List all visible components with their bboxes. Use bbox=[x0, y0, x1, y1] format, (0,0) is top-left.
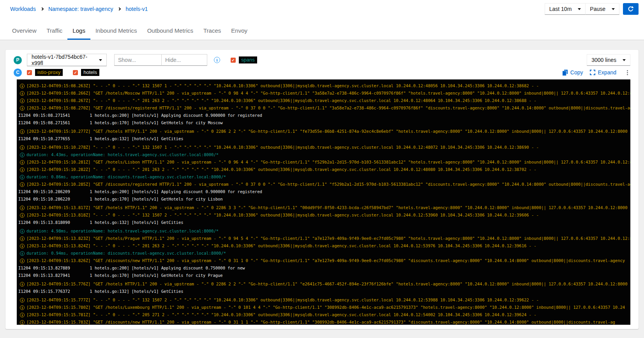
log-entry-info-icon[interactable]: i bbox=[20, 251, 25, 256]
caret-down-icon bbox=[623, 59, 626, 61]
log-entry-info-icon[interactable]: i bbox=[20, 160, 25, 165]
log-line-text: I1204 09:15:13.818090 1 hotels.go:132] [… bbox=[18, 219, 183, 226]
log-line-proxy: i[2023-12-04T09:15:10.285Z] "GET /discou… bbox=[18, 181, 630, 188]
copy-label: Copy bbox=[570, 69, 583, 76]
log-entry-info-icon[interactable]: i bbox=[20, 244, 25, 248]
log-entry-info-icon[interactable]: i bbox=[20, 213, 25, 218]
hotels-checkbox[interactable] bbox=[73, 70, 78, 75]
log-entry-info-icon[interactable]: i bbox=[20, 99, 25, 103]
log-line-proxy: i[2023-12-04T09:15:13.817Z] "GET /hotels… bbox=[18, 204, 630, 211]
log-line-proxy: i[2023-12-04T09:15:15.780Z] "GET /hotels… bbox=[18, 304, 630, 311]
log-line-text: [2023-12-04T09:15:10.285Z] "GET /discoun… bbox=[26, 181, 630, 188]
log-entry-info-icon[interactable]: i bbox=[20, 91, 25, 96]
istio-proxy-checkbox[interactable] bbox=[27, 70, 32, 75]
log-line-proxy: i[2023-12-04T09:15:08.267Z] "- - -" 0 - … bbox=[18, 97, 630, 104]
refresh-button[interactable] bbox=[623, 3, 639, 15]
caret-down-icon bbox=[612, 8, 615, 10]
log-line-app: I1204 09:15:08.271541 1 hotels.go:200] [… bbox=[18, 112, 630, 119]
spans-toggle-label: spans bbox=[239, 56, 257, 63]
hide-filter-input[interactable] bbox=[161, 54, 207, 66]
log-entry-info-icon[interactable]: i bbox=[20, 236, 25, 241]
tab-overview[interactable]: Overview bbox=[7, 27, 42, 40]
tab-envoy[interactable]: Envoy bbox=[226, 27, 252, 40]
pod-select[interactable]: hotels-v1-7bd754bc67-x99fl bbox=[27, 54, 107, 66]
log-line-proxy: i[2023-12-04T09:15:10.281Z] "GET /hotels… bbox=[18, 158, 630, 166]
log-line-app: I1204 09:15:10.277655 1 hotels.go:132] [… bbox=[18, 135, 630, 143]
log-line-proxy: i[2023-12-04T09:15:08.263Z] "- - -" 0 - … bbox=[18, 82, 630, 90]
breadcrumb-namespace[interactable]: Namespace: travel-agency bbox=[48, 6, 113, 12]
breadcrumb-workloads[interactable]: Workloads bbox=[10, 6, 36, 12]
log-line-text: [2023-12-04T09:15:10.281Z] "GET /hotels/… bbox=[26, 158, 630, 166]
max-lines-select[interactable]: 3000 lines bbox=[587, 54, 630, 66]
tab-traces[interactable]: Traces bbox=[198, 27, 226, 40]
istio-proxy-label: istio-proxy bbox=[35, 69, 63, 76]
log-entry-info-icon[interactable]: i bbox=[20, 229, 25, 234]
log-line-app: I1204 09:15:13.827941 1 hotels.go:170] [… bbox=[18, 272, 630, 279]
copy-icon bbox=[563, 70, 568, 76]
refresh-icon bbox=[628, 6, 634, 12]
log-entry-info-icon[interactable]: i bbox=[20, 320, 25, 325]
log-entry-info-icon[interactable]: i bbox=[20, 313, 25, 317]
log-entry-info-icon[interactable]: i bbox=[20, 145, 25, 150]
log-line-text: duration: 0.86ms, operationName: discoun… bbox=[26, 173, 226, 181]
log-line-text: I1204 09:15:10.286220 1 hotels.go:170] [… bbox=[18, 195, 223, 203]
expand-icon bbox=[590, 70, 595, 75]
log-line-app: I1204 09:15:08.271561 1 hotels.go:170] [… bbox=[18, 119, 630, 127]
log-line-app: I1204 09:15:15.776372 1 hotels.go:132] [… bbox=[18, 288, 630, 295]
container-toggle-hotels[interactable]: hotels bbox=[73, 69, 99, 76]
max-lines-value: 3000 lines bbox=[591, 57, 616, 63]
log-line-text: [2023-12-04T09:15:13.823Z] "GET /hotels/… bbox=[26, 235, 630, 242]
expand-button[interactable]: Expand bbox=[590, 69, 616, 76]
log-line-proxy: i[2023-12-04T09:15:10.278Z] "- - -" 0 - … bbox=[18, 144, 630, 151]
log-line-span: iduration: 4.98ms, operationName: hotels… bbox=[18, 227, 630, 235]
caret-down-icon bbox=[578, 8, 581, 10]
caret-down-icon bbox=[99, 59, 102, 61]
log-line-text: [2023-12-04T09:15:10.278Z] "- - -" 0 - -… bbox=[26, 144, 539, 151]
log-line-text: [2023-12-04T09:15:13.826Z] "GET /discoun… bbox=[26, 257, 625, 264]
log-line-proxy: i[2023-12-04T09:15:13.818Z] "- - -" 0 - … bbox=[18, 211, 630, 219]
log-line-proxy: i[2023-12-04T09:15:15.776Z] "GET /hotels… bbox=[18, 280, 630, 288]
time-range-select[interactable]: Last 10m bbox=[545, 3, 586, 15]
log-line-text: [2023-12-04T09:15:10.277Z] "GET /hotels … bbox=[26, 128, 627, 135]
pod-badge: P bbox=[14, 56, 22, 64]
log-entry-info-icon[interactable]: i bbox=[20, 129, 25, 134]
log-entry-info-icon[interactable]: i bbox=[20, 153, 25, 157]
log-line-proxy: i[2023-12-04T09:15:13.826Z] "GET /discou… bbox=[18, 257, 630, 264]
chevron-right-icon bbox=[118, 7, 121, 11]
log-entry-info-icon[interactable]: i bbox=[20, 182, 25, 187]
log-line-text: I1204 09:15:08.271541 1 hotels.go:200] [… bbox=[18, 112, 262, 119]
show-filter-input[interactable] bbox=[114, 54, 162, 66]
tab-logs[interactable]: Logs bbox=[67, 27, 90, 40]
log-line-app: I1204 09:15:13.827889 1 hotels.go:200] [… bbox=[18, 264, 630, 272]
log-viewer[interactable]: i[2023-12-04T09:15:08.263Z] "- - -" 0 - … bbox=[17, 79, 630, 325]
filter-info-icon[interactable]: i bbox=[214, 57, 220, 63]
log-entry-info-icon[interactable]: i bbox=[20, 106, 25, 111]
tab-inbound-metrics[interactable]: Inbound Metrics bbox=[90, 27, 142, 40]
log-entry-info-icon[interactable]: i bbox=[20, 206, 25, 210]
masthead: Workloads Namespace: travel-agency hotel… bbox=[0, 0, 644, 40]
log-filter-group bbox=[114, 54, 207, 66]
log-line-text: [2023-12-04T09:15:15.777Z] "- - -" 0 - -… bbox=[26, 296, 539, 304]
spans-checkbox[interactable] bbox=[231, 58, 236, 63]
log-line-text: [2023-12-04T09:15:15.776Z] "GET /hotels … bbox=[26, 280, 627, 288]
log-entry-info-icon[interactable]: i bbox=[20, 259, 25, 263]
breadcrumb: Workloads Namespace: travel-agency hotel… bbox=[10, 6, 148, 12]
copy-button[interactable]: Copy bbox=[563, 69, 583, 76]
log-entry-info-icon[interactable]: i bbox=[20, 84, 25, 88]
tab-traffic[interactable]: Traffic bbox=[42, 27, 68, 40]
log-entry-info-icon[interactable]: i bbox=[20, 175, 25, 180]
time-controls: Last 10m Pause bbox=[545, 3, 639, 15]
container-toggle-istio-proxy[interactable]: istio-proxy bbox=[27, 69, 63, 76]
container-badge: C bbox=[14, 69, 22, 77]
breadcrumb-row: Workloads Namespace: travel-agency hotel… bbox=[0, 0, 644, 18]
log-entry-info-icon[interactable]: i bbox=[20, 298, 25, 303]
log-entry-info-icon[interactable]: i bbox=[20, 305, 25, 310]
log-entry-info-icon[interactable]: i bbox=[20, 282, 25, 287]
kebab-menu-icon[interactable] bbox=[625, 69, 630, 76]
spans-toggle[interactable]: spans bbox=[231, 56, 257, 63]
tab-outbound-metrics[interactable]: Outbound Metrics bbox=[142, 27, 198, 40]
log-line-span: iduration: 0.94ms, operationName: discou… bbox=[18, 250, 630, 257]
log-entry-info-icon[interactable]: i bbox=[20, 167, 25, 172]
refresh-interval-select[interactable]: Pause bbox=[585, 3, 619, 15]
breadcrumb-workload-name[interactable]: hotels-v1 bbox=[125, 6, 148, 12]
